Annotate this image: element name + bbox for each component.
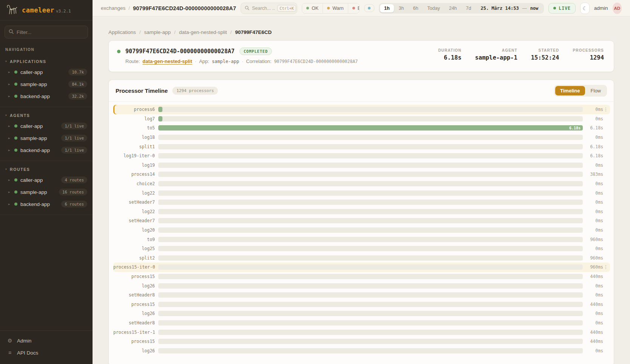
processor-row-setHeader7[interactable]: setHeader70ms⋮ — [113, 216, 610, 226]
sidebar-item-backend-app[interactable]: ▸backend-app6 routes — [0, 198, 93, 210]
sidebar-filter[interactable] — [5, 26, 88, 38]
processor-row-log7[interactable]: log70ms⋮ — [113, 114, 610, 124]
status-dot-icon — [14, 190, 17, 194]
range-6h[interactable]: 6h — [409, 4, 422, 12]
breadcrumb-exchanges-link[interactable]: exchanges — [101, 5, 125, 11]
breadcrumb-separator: / — [139, 29, 141, 35]
filter-input[interactable] — [17, 29, 84, 35]
processor-duration: 0ms — [586, 218, 603, 223]
info-filter-chip[interactable] — [364, 4, 374, 12]
sidebar-item-sample-app[interactable]: ▸sample-app16 routes — [0, 186, 93, 198]
status-filter-warn[interactable]: Warn — [323, 3, 347, 13]
global-search[interactable]: Ctrl+K — [241, 3, 297, 14]
processor-name: process15 — [113, 274, 155, 279]
date-range-display[interactable]: 25. März 14:53 — now — [476, 6, 543, 11]
processor-row-log25[interactable]: log250ms⋮ — [113, 244, 610, 253]
breadcrumb-segment[interactable]: sample-app — [144, 29, 171, 35]
nav-sections: ▾APPLICATIONS▸caller-app10.7k▸sample-app… — [0, 53, 93, 330]
kebab-menu-icon[interactable]: ⋮ — [603, 264, 608, 270]
processor-row-setHeader8[interactable]: setHeader80ms⋮ — [113, 290, 610, 300]
nav-group-header-routes[interactable]: ▾ROUTES — [0, 165, 93, 174]
processor-row-split2[interactable]: split2960ms⋮ — [113, 253, 610, 263]
search-input[interactable] — [252, 6, 275, 11]
sidebar-footer: ⚙Admin≡API Docs — [0, 330, 93, 364]
breadcrumb-separator: / — [128, 5, 130, 11]
sidebar-item-caller-app[interactable]: ▸caller-app4 routes — [0, 174, 93, 186]
processor-row-log26[interactable]: log260ms⋮ — [113, 309, 610, 318]
duration-bar-track — [158, 348, 583, 353]
processor-duration: 0ms — [586, 246, 603, 251]
processor-row-choice2[interactable]: choice20ms⋮ — [113, 179, 610, 189]
processor-row-process15[interactable]: process15440ms⋮ — [113, 272, 610, 281]
processor-duration: 440ms — [586, 339, 603, 344]
processor-row-log26[interactable]: log260ms⋮ — [113, 281, 610, 290]
processor-row-process14[interactable]: process14383ms⋮ — [113, 170, 610, 179]
sidebar-item-backend-app[interactable]: ▸backend-app32.2k — [0, 90, 93, 102]
status-filter-label: Warn — [332, 6, 343, 11]
footer-item-admin[interactable]: ⚙Admin — [0, 335, 93, 347]
status-filter-error[interactable]: Error — [348, 3, 360, 13]
processor-row-process15-iter-1[interactable]: process15-iter-1440ms⋮ — [113, 327, 610, 337]
processor-duration: 0ms — [586, 107, 603, 112]
processor-row-setHeader7[interactable]: setHeader70ms⋮ — [113, 198, 610, 207]
processor-row-process15-iter-0[interactable]: process15-iter-0960ms⋮ — [113, 263, 610, 272]
sidebar-item-label: sample-app — [20, 189, 56, 195]
duration-bar-track — [158, 135, 583, 140]
footer-item-api-docs[interactable]: ≡API Docs — [0, 347, 93, 359]
processor-name: split1 — [113, 144, 155, 149]
live-toggle[interactable]: LIVE — [548, 3, 576, 14]
theme-toggle-button[interactable]: ☾ — [580, 3, 590, 14]
stat-label: STARTED — [531, 48, 559, 52]
processor-row-log19-iter-0[interactable]: log19-iter-06.18s⋮ — [113, 151, 610, 161]
range-today[interactable]: Today — [423, 4, 444, 12]
nav-group-header-agents[interactable]: ▾AGENTS — [0, 111, 93, 120]
processor-row-log19[interactable]: log190ms⋮ — [113, 161, 610, 170]
stat-value: 15:52:24 — [531, 54, 559, 61]
processor-row-log20[interactable]: log200ms⋮ — [113, 226, 610, 235]
processor-row-split1[interactable]: split16.18s⋮ — [113, 142, 610, 151]
status-filter-ok[interactable]: OK — [302, 3, 323, 13]
sidebar-item-caller-app[interactable]: ▸caller-app10.7k — [0, 66, 93, 78]
processor-row-process6[interactable]: process60ms⋮ — [113, 105, 610, 114]
avatar[interactable]: AD — [613, 3, 622, 14]
breadcrumb-segment[interactable]: Applications — [108, 29, 136, 35]
processor-row-to5[interactable]: to56.18s6.18s⋮ — [113, 123, 610, 133]
sidebar-item-sample-app[interactable]: ▸sample-app84.1k — [0, 78, 93, 90]
processor-row-log26[interactable]: log260ms⋮ — [113, 346, 610, 355]
range-1h[interactable]: 1h — [380, 4, 394, 12]
sidebar-item-badge: 84.1k — [68, 81, 87, 88]
processor-name: split2 — [113, 255, 155, 261]
sidebar-item-sample-app[interactable]: ▸sample-app1/1 live — [0, 132, 93, 144]
sidebar-item-label: sample-app — [20, 81, 65, 87]
processor-row-to9[interactable]: to9960ms⋮ — [113, 235, 610, 244]
kebab-menu-icon[interactable]: ⋮ — [603, 107, 608, 112]
processor-row-process15[interactable]: process15440ms⋮ — [113, 299, 610, 309]
route-link[interactable]: data-gen-nested-split — [142, 58, 192, 64]
view-option-flow[interactable]: Flow — [586, 86, 606, 95]
processor-row-setHeader8[interactable]: setHeader80ms⋮ — [113, 318, 610, 328]
range-24h[interactable]: 24h — [445, 4, 461, 12]
sidebar-item-caller-app[interactable]: ▸caller-app1/1 live — [0, 120, 93, 132]
range-7d[interactable]: 7d — [462, 4, 476, 12]
logo-row[interactable]: cameleerv3.2.1 — [0, 0, 93, 20]
processor-name: setHeader8 — [113, 320, 155, 326]
correlation-id: 90799F47E6CD24D-00000000000028A7 — [274, 59, 358, 64]
view-option-timeline[interactable]: Timeline — [555, 86, 585, 95]
processor-row-log22[interactable]: log220ms⋮ — [113, 207, 610, 217]
nav-group-header-applications[interactable]: ▾APPLICATIONS — [0, 57, 93, 66]
processor-row-process15[interactable]: process15440ms⋮ — [113, 337, 610, 346]
live-dot-icon — [553, 7, 556, 9]
processor-row-log18[interactable]: log180ms⋮ — [113, 133, 610, 142]
duration-bar-track — [158, 116, 583, 121]
sidebar-item-backend-app[interactable]: ▸backend-app1/1 live — [0, 144, 93, 156]
sidebar-item-label: caller-app — [20, 177, 58, 183]
sidebar-item-badge: 6 routes — [61, 201, 87, 207]
processor-row-log22[interactable]: log220ms⋮ — [113, 188, 610, 198]
breadcrumb-segment[interactable]: data-gen-nested-split — [179, 29, 227, 35]
processor-timeline-card: Processor Timeline 1294 processors Timel… — [108, 80, 614, 364]
stat-value: 6.18s — [438, 54, 462, 61]
stat-label: PROCESSORS — [573, 48, 604, 52]
range-3h[interactable]: 3h — [395, 4, 408, 12]
correlation-label: Correlation: — [246, 58, 271, 64]
stat-label: AGENT — [475, 48, 517, 52]
